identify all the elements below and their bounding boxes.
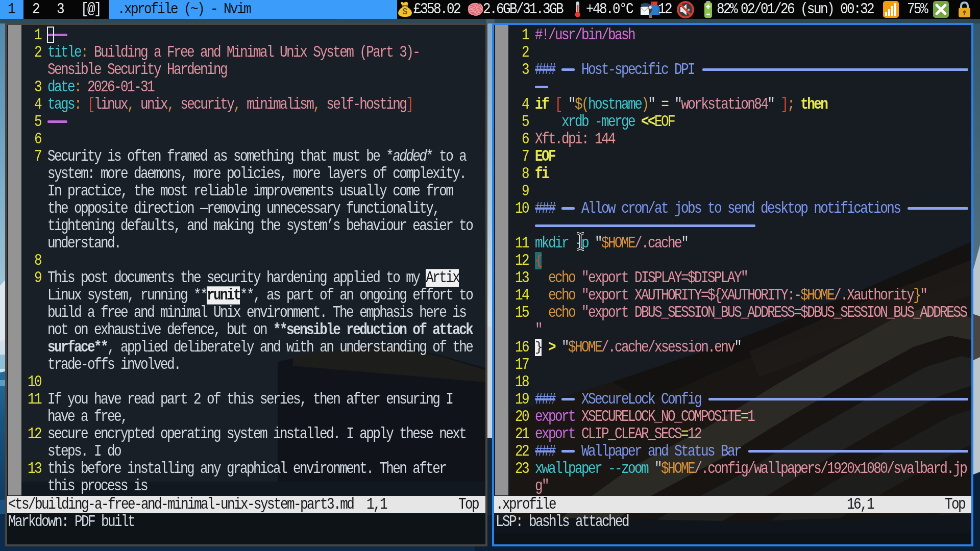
svg-text:$: $ [403,7,407,16]
